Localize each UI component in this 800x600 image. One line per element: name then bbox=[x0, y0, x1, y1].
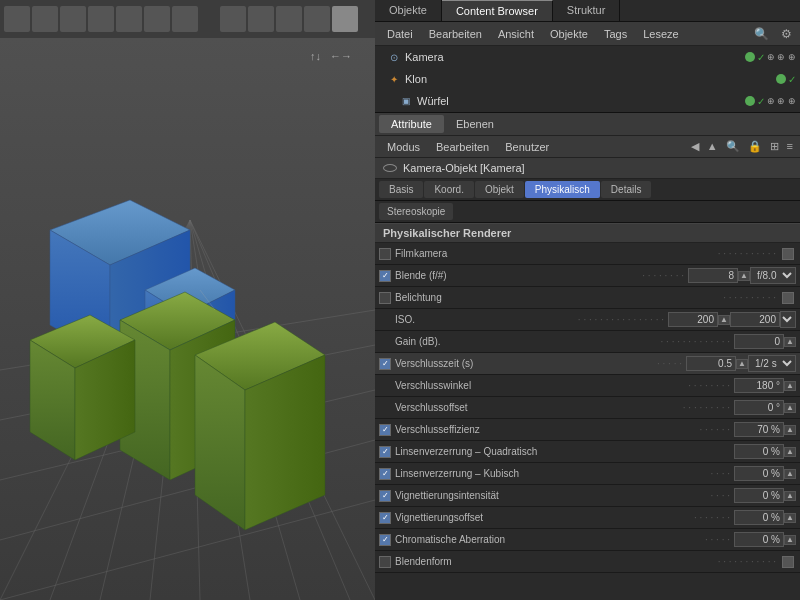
subtab-details[interactable]: Details bbox=[601, 181, 652, 198]
arrow-up-icon[interactable]: ▲ bbox=[704, 139, 721, 154]
svg-rect-45 bbox=[304, 6, 330, 32]
menu-icon[interactable]: ≡ bbox=[784, 139, 796, 154]
gain-spin-up[interactable]: ▲ bbox=[784, 337, 796, 347]
gain-dots: · · · · · · · · · · · · · bbox=[661, 336, 730, 347]
menu-tags[interactable]: Tags bbox=[596, 26, 635, 42]
tab-struktur[interactable]: Struktur bbox=[553, 0, 621, 21]
linsenverzerrung-quad-input[interactable] bbox=[734, 444, 784, 459]
vis-dot-green-wuerfel[interactable] bbox=[745, 96, 755, 106]
iso-input2[interactable] bbox=[730, 312, 780, 327]
filmkamera-checkbox[interactable] bbox=[379, 248, 391, 260]
linsenverzerrung-quad-spin[interactable]: ▲ bbox=[784, 447, 796, 457]
object-name-wuerfel: Würfel bbox=[417, 95, 745, 107]
vignettierungsintensitaet-input[interactable] bbox=[734, 488, 784, 503]
prop-iso: ISO. · · · · · · · · · · · · · · · · ▲ bbox=[375, 309, 800, 331]
blendenform-checkbox[interactable] bbox=[379, 556, 391, 568]
settings-icon-btn[interactable]: ⚙ bbox=[777, 26, 796, 42]
search-attr-icon[interactable]: 🔍 bbox=[723, 139, 743, 154]
verschlusszeit-dots: · · · · · bbox=[657, 358, 682, 369]
svg-rect-36 bbox=[32, 6, 58, 32]
chromatische-aberration-spin[interactable]: ▲ bbox=[784, 535, 796, 545]
menu-ansicht[interactable]: Ansicht bbox=[490, 26, 542, 42]
search-icon-btn[interactable]: 🔍 bbox=[750, 26, 773, 42]
blende-select[interactable]: f/8.0 f/5.6 f/11 bbox=[750, 267, 796, 284]
verschlusswinkel-label: Verschlusswinkel bbox=[395, 380, 684, 391]
verschlusszeit-spin-up[interactable]: ▲ bbox=[736, 359, 748, 369]
tab-objekte[interactable]: Objekte bbox=[375, 0, 442, 21]
vis-check-kamera[interactable]: ✓ bbox=[757, 52, 765, 63]
vignettierungsoffset-input[interactable] bbox=[734, 510, 784, 525]
linsenverzerrung-kub-label: Linsenverzerrung – Kubisch bbox=[395, 468, 707, 479]
linsenverzerrung-quad-checkbox[interactable] bbox=[379, 446, 391, 458]
vignettierungsintensitaet-spin[interactable]: ▲ bbox=[784, 491, 796, 501]
filmkamera-toggle[interactable] bbox=[782, 248, 794, 260]
attr-menu-benutzer[interactable]: Benutzer bbox=[497, 139, 557, 155]
verschlussoffset-input[interactable] bbox=[734, 400, 784, 415]
verschlusswinkel-input[interactable] bbox=[734, 378, 784, 393]
object-row-kamera[interactable]: ⊙ Kamera ✓ ⊕ ⊕ ⊕ bbox=[383, 46, 800, 68]
verschlusseffizienz-checkbox[interactable] bbox=[379, 424, 391, 436]
grid-icon[interactable]: ⊞ bbox=[767, 139, 782, 154]
tab-content-browser[interactable]: Content Browser bbox=[442, 0, 553, 21]
verschlussoffset-dots: · · · · · · · · · bbox=[683, 402, 730, 413]
lock-icon[interactable]: 🔒 bbox=[745, 139, 765, 154]
verschlusseffizienz-spin-up[interactable]: ▲ bbox=[784, 425, 796, 435]
verschlusszeit-checkbox[interactable] bbox=[379, 358, 391, 370]
linsenverzerrung-quad-label: Linsenverzerrung – Quadratisch bbox=[395, 446, 734, 457]
iso-spin-up[interactable]: ▲ bbox=[718, 315, 730, 325]
iso-input[interactable] bbox=[668, 312, 718, 327]
blende-spin-up[interactable]: ▲ bbox=[738, 271, 750, 281]
sub-tabs: Basis Koord. Objekt Physikalisch Details bbox=[375, 179, 800, 201]
verschlusszeit-select[interactable]: 1/2 s 1/4 s 1 s bbox=[748, 355, 796, 372]
wuerfel-vis-icons: ✓ ⊕ ⊕ ⊕ bbox=[745, 96, 796, 107]
chromatische-aberration-checkbox[interactable] bbox=[379, 534, 391, 546]
gain-input[interactable] bbox=[734, 334, 784, 349]
linsenverzerrung-kub-spin[interactable]: ▲ bbox=[784, 469, 796, 479]
vignettierungsoffset-checkbox[interactable] bbox=[379, 512, 391, 524]
belichtung-toggle[interactable] bbox=[782, 292, 794, 304]
attr-menu-modus[interactable]: Modus bbox=[379, 139, 428, 155]
attr-menu-icons: ◀ ▲ 🔍 🔒 ⊞ ≡ bbox=[688, 139, 796, 154]
vignettierungsintensitaet-dots: · · · · bbox=[711, 490, 730, 501]
subtab-koord[interactable]: Koord. bbox=[424, 181, 473, 198]
belichtung-dots: · · · · · · · · · · bbox=[723, 292, 776, 303]
verschlusswinkel-spin-up[interactable]: ▲ bbox=[784, 381, 796, 391]
arrow-left-icon[interactable]: ◀ bbox=[688, 139, 702, 154]
klon-vis-icons: ✓ bbox=[776, 74, 796, 85]
verschlussoffset-spin-up[interactable]: ▲ bbox=[784, 403, 796, 413]
verschlusszeit-input[interactable] bbox=[686, 356, 736, 371]
subtab-stereoskopie[interactable]: Stereoskopie bbox=[379, 203, 453, 220]
chromatische-aberration-input[interactable] bbox=[734, 532, 784, 547]
tab-ebenen[interactable]: Ebenen bbox=[444, 115, 506, 133]
subtab-objekt[interactable]: Objekt bbox=[475, 181, 524, 198]
attr-menu-bearbeiten[interactable]: Bearbeiten bbox=[428, 139, 497, 155]
verschlusseffizienz-input[interactable] bbox=[734, 422, 784, 437]
blende-input[interactable] bbox=[688, 268, 738, 283]
prop-vignettierungsoffset: Vignettierungsoffset · · · · · · · ▲ bbox=[375, 507, 800, 529]
svg-rect-40 bbox=[144, 6, 170, 32]
menu-datei[interactable]: Datei bbox=[379, 26, 421, 42]
linsenverzerrung-kub-input[interactable] bbox=[734, 466, 784, 481]
prop-blendenform: Blendenform · · · · · · · · · · · bbox=[375, 551, 800, 573]
vis-dot-green-kamera[interactable] bbox=[745, 52, 755, 62]
gain-label: Gain (dB). bbox=[395, 336, 657, 347]
belichtung-checkbox[interactable] bbox=[379, 292, 391, 304]
menu-objekte[interactable]: Objekte bbox=[542, 26, 596, 42]
menu-bearbeiten[interactable]: Bearbeiten bbox=[421, 26, 490, 42]
subtab-basis[interactable]: Basis bbox=[379, 181, 423, 198]
linsenverzerrung-kub-checkbox[interactable] bbox=[379, 468, 391, 480]
vis-check-klon[interactable]: ✓ bbox=[788, 74, 796, 85]
vignettierungsintensitaet-checkbox[interactable] bbox=[379, 490, 391, 502]
tab-attribute[interactable]: Attribute bbox=[379, 115, 444, 133]
subtab-physikalisch[interactable]: Physikalisch bbox=[525, 181, 600, 198]
vis-dot-green-klon[interactable] bbox=[776, 74, 786, 84]
object-row-wuerfel[interactable]: ▣ Würfel ✓ ⊕ ⊕ ⊕ bbox=[395, 90, 800, 112]
vignettierungsoffset-spin[interactable]: ▲ bbox=[784, 513, 796, 523]
object-row-klon[interactable]: ✦ Klon ✓ bbox=[383, 68, 800, 90]
blende-checkbox[interactable] bbox=[379, 270, 391, 282]
iso-select[interactable] bbox=[780, 311, 796, 328]
blendenform-toggle[interactable] bbox=[782, 556, 794, 568]
menu-lesezeichen[interactable]: Lese­ze bbox=[635, 26, 686, 42]
vis-check-wuerfel[interactable]: ✓ bbox=[757, 96, 765, 107]
vignettierungsoffset-dots: · · · · · · · bbox=[694, 512, 730, 523]
